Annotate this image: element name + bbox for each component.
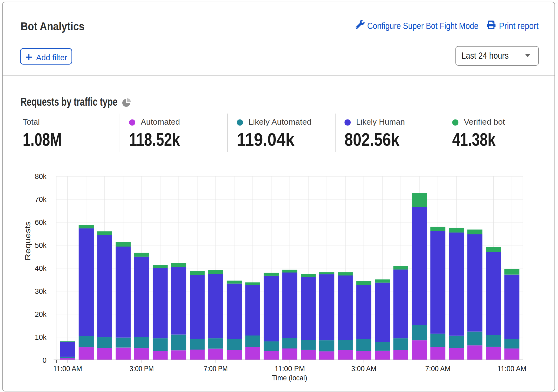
svg-text:Add filter: Add filter [36,53,67,62]
svg-text:Verified bot: Verified bot [464,118,505,126]
svg-text:11:00 AM: 11:00 AM [53,364,82,373]
svg-text:1.08M: 1.08M [23,129,62,150]
svg-text:Likely Automated: Likely Automated [248,118,311,126]
svg-text:Total: Total [23,118,40,126]
svg-text:Print report: Print report [499,21,539,31]
svg-text:Configure Super Bot Fight Mode: Configure Super Bot Fight Mode [367,21,478,31]
svg-text:3:00 PM: 3:00 PM [130,364,154,373]
svg-text:7:00 AM: 7:00 AM [425,364,451,373]
svg-text:41.38k: 41.38k [452,129,495,150]
svg-text:Automated: Automated [141,118,180,126]
svg-text:Last 24 hours: Last 24 hours [462,51,509,61]
svg-text:30k: 30k [35,287,47,295]
svg-text:Time (local): Time (local) [272,374,307,382]
svg-text:11:00 AM: 11:00 AM [497,364,526,373]
svg-text:11:00 PM: 11:00 PM [275,364,305,373]
svg-text:10k: 10k [35,333,47,341]
svg-text:3:00 AM: 3:00 AM [351,364,376,373]
svg-text:70k: 70k [35,195,47,204]
svg-text:40k: 40k [35,264,47,273]
svg-text:Requests: Requests [24,221,32,261]
svg-text:0: 0 [42,356,47,364]
svg-text:Likely Human: Likely Human [356,118,405,126]
svg-text:802.56k: 802.56k [344,129,399,150]
svg-text:80k: 80k [35,172,47,181]
svg-text:7:00 PM: 7:00 PM [204,364,228,373]
svg-text:Requests by traffic type: Requests by traffic type [21,95,117,108]
svg-text:60k: 60k [35,218,47,227]
svg-text:20k: 20k [35,310,47,318]
svg-text:50k: 50k [35,241,47,250]
svg-text:Bot Analytics: Bot Analytics [21,20,84,33]
svg-text:119.04k: 119.04k [237,129,294,150]
svg-text:118.52k: 118.52k [129,129,180,150]
